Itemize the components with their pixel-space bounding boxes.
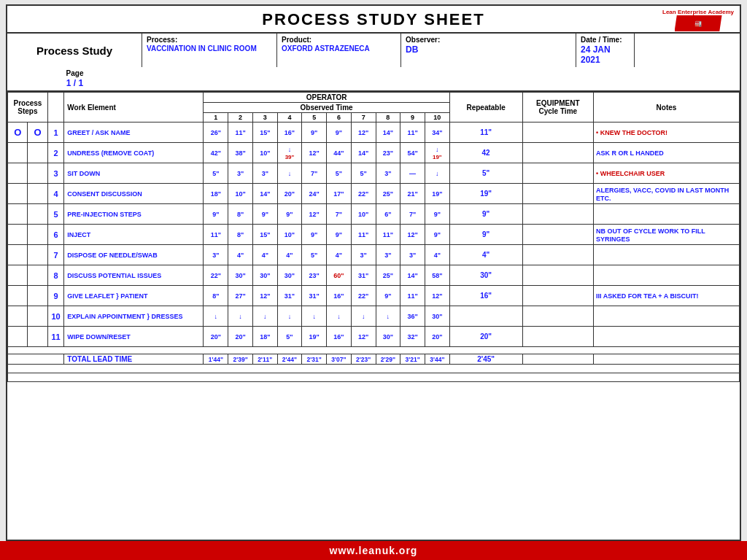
obs-val-9: 12": [400, 225, 425, 245]
process-study-label: Process Study: [36, 44, 112, 57]
proc-col1: [8, 286, 28, 306]
row-num: 9: [47, 286, 63, 306]
row-num: 10: [47, 306, 63, 327]
product-cell: Product: OXFORD ASTRAZENECA: [277, 34, 401, 67]
logo-shape: 🏭: [694, 20, 702, 27]
obs-val-4: ↓: [277, 306, 302, 327]
equipment-val: [522, 327, 593, 347]
proc-col1: [8, 204, 28, 225]
obs-val-2: 4": [228, 245, 253, 265]
proc-col2: [28, 143, 47, 163]
obs-val-9: 14": [400, 265, 425, 286]
obs-val-6: 9": [327, 122, 352, 143]
notes-val: [594, 245, 740, 265]
repeatable-val: 42: [449, 143, 522, 163]
table-row: 9GIVE LEAFLET } PATIENT8"27"12"31"31"16"…: [8, 286, 740, 306]
equipment-val: [522, 306, 593, 327]
equipment-val: [522, 204, 593, 225]
total-obs-8: 2'29": [376, 354, 400, 365]
proc-col2: O: [28, 122, 47, 143]
proc-col1: [8, 306, 28, 327]
obs-val-2: 8": [228, 225, 253, 245]
observer-value: DB: [406, 44, 571, 55]
obs-val-1: 20": [204, 327, 228, 347]
th-obs4: 4: [277, 113, 302, 122]
obs-val-1: 42": [204, 143, 228, 163]
obs-val-9: 7": [400, 204, 425, 225]
obs-val-5: 12": [302, 143, 327, 163]
obs-val-8: 9": [376, 286, 400, 306]
work-element: WIPE DOWN/RESET: [64, 327, 204, 347]
repeatable-val: 19": [449, 184, 522, 204]
repeatable-val: 4": [449, 245, 522, 265]
obs-val-7: 10": [351, 204, 376, 225]
obs-val-3: 3": [252, 163, 277, 184]
obs-val-4: 20": [277, 184, 302, 204]
repeatable-val: 20": [449, 327, 522, 347]
main-container: PROCESS STUDY SHEET Lean Enterprise Acad…: [6, 4, 741, 541]
total-obs-6: 3'07": [327, 354, 352, 365]
obs-val-5: 19": [302, 327, 327, 347]
obs-val-7: 12": [351, 122, 376, 143]
row-num: 2: [47, 143, 63, 163]
obs-val-8: ↓: [376, 306, 400, 327]
equipment-val: [522, 143, 593, 163]
row-num: 6: [47, 225, 63, 245]
obs-val-6: 17": [327, 184, 352, 204]
empty-row: [8, 373, 740, 382]
header-info: Process Study Process: VACCINATION IN CL…: [7, 34, 740, 92]
page-cell: Page 1 / 1: [7, 67, 142, 90]
notes-val: [594, 265, 740, 286]
obs-val-10: 12": [425, 286, 449, 306]
obs-val-3: 4": [252, 245, 277, 265]
obs-val-2: 27": [228, 286, 253, 306]
equipment-val: [522, 286, 593, 306]
obs-val-2: 11": [228, 122, 253, 143]
proc-col1: O: [8, 122, 28, 143]
obs-val-7: 5": [351, 163, 376, 184]
obs-val-3: 10": [252, 143, 277, 163]
obs-val-8: 25": [376, 184, 400, 204]
equipment-val: [522, 245, 593, 265]
page-label: Page: [12, 69, 138, 77]
total-obs-7: 2'23": [351, 354, 376, 365]
obs-val-9: 54": [400, 143, 425, 163]
process-study-cell: Process Study: [7, 34, 142, 67]
proc-col1: [8, 225, 28, 245]
repeatable-val: 9": [449, 204, 522, 225]
obs-val-9: 11": [400, 286, 425, 306]
obs-val-6: 4": [327, 245, 352, 265]
obs-val-5: 31": [302, 286, 327, 306]
obs-val-3: 15": [252, 225, 277, 245]
obs-val-10: 30": [425, 306, 449, 327]
work-element: UNDRESS (REMOVE COAT): [64, 143, 204, 163]
obs-val-4: 30": [277, 265, 302, 286]
th-obs7: 7: [351, 113, 376, 122]
obs-val-2: 20": [228, 327, 253, 347]
obs-val-9: 3": [400, 245, 425, 265]
notes-val: ASK R OR L HANDED: [594, 143, 740, 163]
page-title: PROCESS STUDY SHEET: [262, 10, 484, 29]
table-row: 2UNDRESS (REMOVE COAT)42"38"10"↓39"12"44…: [8, 143, 740, 163]
obs-val-7: 11": [351, 225, 376, 245]
th-obs8: 8: [376, 113, 400, 122]
obs-val-3: 15": [252, 122, 277, 143]
obs-val-10: 9": [425, 225, 449, 245]
obs-val-9: 36": [400, 306, 425, 327]
th-equipment: EQUIPMENTCycle Time: [522, 93, 593, 122]
notes-val: III ASKED FOR TEA + A BISCUIT!: [594, 286, 740, 306]
total-repeatable: 2'45": [449, 354, 522, 365]
obs-val-5: 12": [302, 204, 327, 225]
obs-val-6: 7": [327, 204, 352, 225]
obs-val-1: 8": [204, 286, 228, 306]
obs-val-5: 23": [302, 265, 327, 286]
table-row: 3SIT DOWN5"3"3"↓7"5"5"3"—↓5"• WHEELCHAIR…: [8, 163, 740, 184]
obs-val-5: 5": [302, 245, 327, 265]
repeatable-val: 11": [449, 122, 522, 143]
obs-val-2: 38": [228, 143, 253, 163]
repeatable-val: 9": [449, 225, 522, 245]
footer-bar: www.leanuk.org: [0, 541, 747, 560]
obs-val-7: 12": [351, 327, 376, 347]
obs-val-9: 11": [400, 122, 425, 143]
equipment-val: [522, 163, 593, 184]
